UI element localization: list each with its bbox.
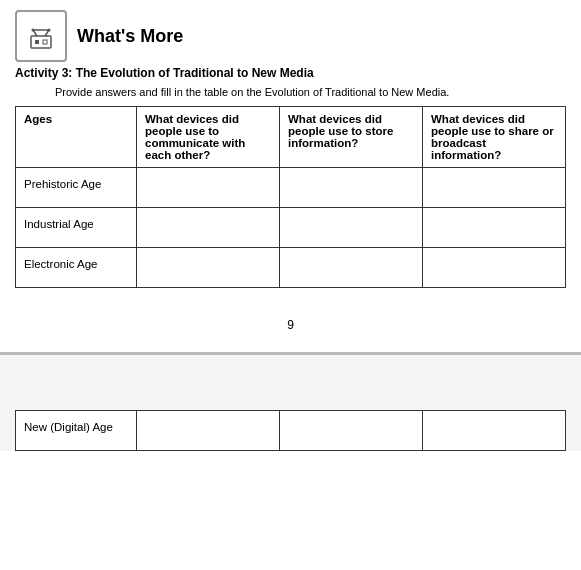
store-prehistoric [280, 168, 423, 208]
table-header-row: Ages What devices did people use to comm… [16, 107, 566, 168]
communicate-industrial [137, 208, 280, 248]
page-number: 9 [15, 288, 566, 352]
logo-icon [23, 18, 59, 54]
age-industrial: Industrial Age [16, 208, 137, 248]
svg-point-7 [48, 29, 51, 32]
instruction-text: Provide answers and fill in the table on… [55, 86, 566, 98]
svg-rect-0 [31, 36, 51, 48]
share-electronic [423, 248, 566, 288]
share-prehistoric [423, 168, 566, 208]
store-industrial [280, 208, 423, 248]
svg-point-6 [32, 29, 35, 32]
table-row: Prehistoric Age [16, 168, 566, 208]
bottom-spacer [15, 370, 566, 410]
main-table-container: Ages What devices did people use to comm… [15, 106, 566, 288]
page-title: What's More [77, 26, 183, 47]
age-digital: New (Digital) Age [16, 411, 137, 451]
header-ages: Ages [16, 107, 137, 168]
table-row: Electronic Age [16, 248, 566, 288]
table-row: Industrial Age [16, 208, 566, 248]
svg-rect-1 [35, 40, 39, 44]
header-store: What devices did people use to store inf… [280, 107, 423, 168]
evolution-table: Ages What devices did people use to comm… [15, 106, 566, 288]
communicate-digital [137, 411, 280, 451]
header-share: What devices did people use to share or … [423, 107, 566, 168]
svg-rect-2 [43, 40, 47, 44]
store-digital [280, 411, 423, 451]
bottom-section: New (Digital) Age [0, 352, 581, 451]
logo-box [15, 10, 67, 62]
header: What's More [15, 10, 566, 62]
activity-title: Activity 3: The Evolution of Traditional… [15, 66, 566, 80]
table-row: New (Digital) Age [16, 411, 566, 451]
page-top: What's More Activity 3: The Evolution of… [0, 0, 581, 352]
age-prehistoric: Prehistoric Age [16, 168, 137, 208]
store-electronic [280, 248, 423, 288]
bottom-table-container: New (Digital) Age [15, 410, 566, 451]
communicate-electronic [137, 248, 280, 288]
age-electronic: Electronic Age [16, 248, 137, 288]
share-industrial [423, 208, 566, 248]
header-communicate: What devices did people use to communica… [137, 107, 280, 168]
communicate-prehistoric [137, 168, 280, 208]
share-digital [423, 411, 566, 451]
bottom-table: New (Digital) Age [15, 410, 566, 451]
